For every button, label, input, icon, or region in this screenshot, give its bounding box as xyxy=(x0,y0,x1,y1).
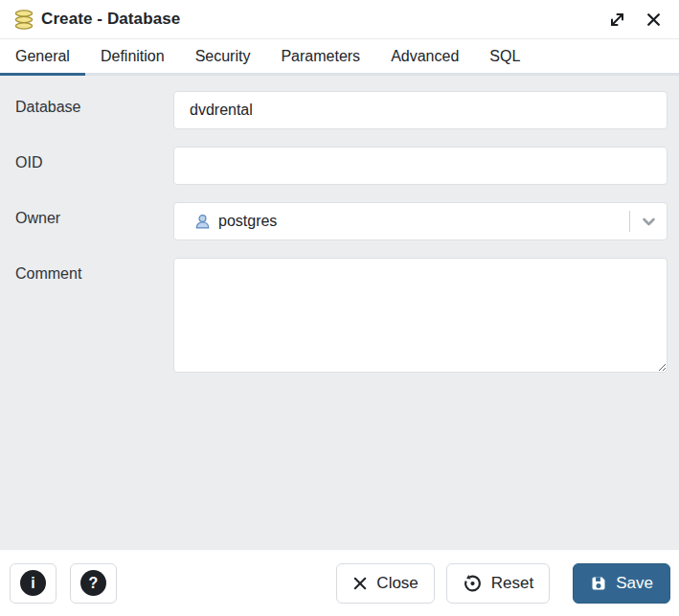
database-field-label: Database xyxy=(15,91,173,129)
close-button-label: Close xyxy=(376,574,418,593)
database-icon xyxy=(13,9,34,31)
user-icon xyxy=(193,213,212,231)
close-button[interactable]: Close xyxy=(336,563,434,604)
save-button-label: Save xyxy=(616,574,653,593)
info-button[interactable]: i xyxy=(10,563,57,604)
tab-general-label: General xyxy=(15,48,70,65)
field-row-oid: OID xyxy=(15,147,668,185)
dialog-tabs: General Definition Security Parameters A… xyxy=(0,39,679,76)
restore-icon xyxy=(463,573,483,593)
help-button[interactable]: ? xyxy=(70,563,117,604)
field-row-comment: Comment xyxy=(15,258,668,373)
comment-field-label: Comment xyxy=(15,258,173,373)
dialog-footer: i ? Close Reset xyxy=(0,549,679,616)
owner-select-value: postgres xyxy=(218,213,629,230)
tab-security-label: Security xyxy=(195,48,251,65)
dialog-titlebar: Create - Database xyxy=(0,0,679,39)
tab-advanced[interactable]: Advanced xyxy=(375,39,474,76)
info-icon: i xyxy=(20,570,46,596)
tab-sql-label: SQL xyxy=(489,48,520,65)
maximize-icon[interactable] xyxy=(606,9,628,31)
tab-parameters[interactable]: Parameters xyxy=(265,39,375,76)
reset-button[interactable]: Reset xyxy=(446,563,550,604)
floppy-disk-icon xyxy=(590,575,607,592)
field-row-owner: Owner postgres xyxy=(15,202,668,240)
help-icon: ? xyxy=(80,570,106,596)
tab-sql[interactable]: SQL xyxy=(474,39,535,76)
tab-advanced-label: Advanced xyxy=(391,48,459,65)
comment-textarea[interactable] xyxy=(173,258,668,373)
tab-security[interactable]: Security xyxy=(180,39,266,76)
database-name-input[interactable] xyxy=(173,91,668,129)
tab-general[interactable]: General xyxy=(0,39,85,76)
chevron-down-icon[interactable] xyxy=(630,214,667,230)
general-tab-panel: Database OID Owner xyxy=(0,76,679,549)
tab-parameters-label: Parameters xyxy=(281,48,360,65)
oid-input[interactable] xyxy=(173,147,668,185)
x-icon xyxy=(352,576,368,591)
dialog-title: Create - Database xyxy=(41,10,180,29)
field-row-database: Database xyxy=(15,91,668,129)
close-icon[interactable] xyxy=(644,10,664,30)
owner-field-label: Owner xyxy=(15,202,173,240)
tab-definition[interactable]: Definition xyxy=(85,39,180,76)
create-database-dialog: Create - Database General Definition Sec… xyxy=(0,0,679,616)
oid-field-label: OID xyxy=(15,147,173,185)
owner-select[interactable]: postgres xyxy=(173,202,668,240)
reset-button-label: Reset xyxy=(491,574,533,593)
save-button[interactable]: Save xyxy=(573,563,670,604)
tab-definition-label: Definition xyxy=(101,48,165,65)
